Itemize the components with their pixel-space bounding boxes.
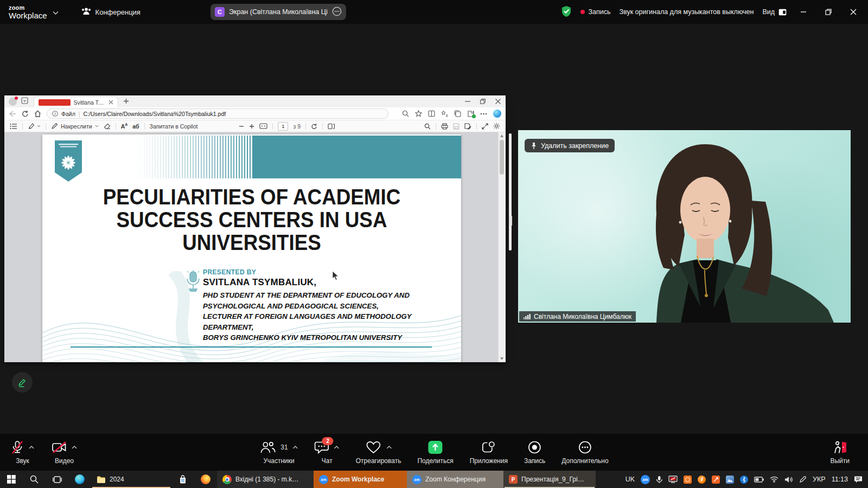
fit-page-icon[interactable] bbox=[259, 123, 267, 129]
info-icon[interactable] bbox=[52, 111, 58, 117]
address-bar[interactable]: Файл | C:/Users/Claire/Downloads/Svitlan… bbox=[47, 108, 388, 119]
original-sound-status[interactable]: Звук оригинала для музыкантов выключен bbox=[619, 8, 754, 16]
zoom-in-icon[interactable] bbox=[249, 124, 254, 129]
store-taskbar-icon[interactable] bbox=[171, 471, 194, 488]
tray-photos-icon[interactable] bbox=[726, 476, 734, 484]
pinned-video-tile[interactable]: Удалить закрепление Світлана Миколаївна … bbox=[518, 130, 851, 323]
more-menu-icon[interactable] bbox=[480, 113, 487, 115]
settings-gear-icon[interactable] bbox=[493, 123, 500, 130]
share-button[interactable]: Поделиться bbox=[417, 439, 453, 465]
edge-taskbar-icon[interactable] bbox=[68, 471, 91, 488]
read-aloud-icon[interactable]: аб bbox=[132, 123, 139, 130]
minimize-button[interactable] bbox=[795, 4, 812, 20]
tray-app-rocket-icon[interactable] bbox=[712, 476, 720, 484]
apps-button[interactable]: Приложения bbox=[470, 439, 508, 465]
eraser-icon[interactable] bbox=[104, 123, 111, 130]
browser-profile-icon[interactable] bbox=[9, 98, 17, 106]
restore-button[interactable] bbox=[820, 4, 837, 20]
recording-indicator[interactable]: Запись bbox=[580, 8, 610, 16]
zoom-out-icon[interactable] bbox=[239, 124, 244, 129]
extensions-icon[interactable] bbox=[467, 110, 474, 117]
firefox-taskbar-icon[interactable] bbox=[194, 471, 217, 488]
tray-battery-icon[interactable] bbox=[754, 477, 764, 483]
audio-chevron-up-icon[interactable] bbox=[29, 446, 34, 449]
brand-chevron-down-icon[interactable] bbox=[53, 7, 59, 17]
refresh-icon[interactable] bbox=[22, 110, 29, 117]
video-chevron-up-icon[interactable] bbox=[72, 446, 77, 449]
video-button[interactable]: Видео bbox=[52, 439, 77, 465]
panel-resize-divider[interactable] bbox=[509, 133, 512, 251]
save-icon[interactable] bbox=[453, 123, 459, 130]
tray-mic-icon[interactable] bbox=[656, 476, 662, 484]
copilot-icon[interactable] bbox=[493, 110, 501, 118]
home-icon[interactable] bbox=[34, 110, 41, 117]
rotate-icon[interactable] bbox=[311, 123, 317, 130]
powerpoint-window-button[interactable]: P Презентація_9_Грінч... bbox=[503, 471, 596, 488]
remove-pin-button[interactable]: Удалить закрепление bbox=[525, 139, 615, 152]
tray-screenshare-blocked-icon[interactable] bbox=[668, 476, 678, 483]
tray-language-label[interactable]: УКР bbox=[813, 476, 826, 483]
participants-button[interactable]: 31 Участники bbox=[259, 439, 298, 465]
tray-volume-icon[interactable] bbox=[784, 476, 793, 483]
tray-language-uk[interactable]: UK bbox=[626, 476, 635, 483]
page-view-icon[interactable] bbox=[328, 123, 335, 130]
participants-chevron-up-icon[interactable] bbox=[293, 446, 298, 449]
scroll-up-icon[interactable] bbox=[500, 134, 503, 137]
browser-tab-active[interactable]: Svitlana Tsymbaliuk1.pdf bbox=[34, 97, 118, 108]
browser-close-button[interactable] bbox=[490, 95, 506, 107]
zoom-workplace-logo[interactable]: zoom Workplace bbox=[9, 5, 47, 20]
taskbar-search-button[interactable] bbox=[23, 471, 46, 488]
collections-icon[interactable] bbox=[454, 110, 461, 117]
split-screen-icon[interactable] bbox=[428, 110, 435, 117]
tray-app-orange-icon[interactable] bbox=[684, 476, 692, 484]
chrome-window-button[interactable]: Вхідні (1 385) - m.koz... bbox=[217, 471, 314, 488]
new-tab-icon[interactable] bbox=[123, 97, 129, 106]
back-icon[interactable] bbox=[9, 111, 16, 117]
favorite-star-icon[interactable] bbox=[415, 110, 422, 117]
zoom-meeting-button[interactable]: zm Zoom Конференция bbox=[407, 471, 503, 488]
tab-screen-share[interactable]: C Экран (Світлана Миколаївна Ці bbox=[210, 4, 346, 20]
search-pdf-icon[interactable] bbox=[424, 123, 431, 130]
action-center-icon[interactable] bbox=[854, 476, 863, 483]
tray-clock[interactable]: 11:13 bbox=[832, 476, 848, 483]
more-button[interactable]: Дополнительно bbox=[561, 439, 608, 465]
scroll-thumb[interactable] bbox=[500, 140, 504, 175]
security-shield-icon[interactable] bbox=[561, 5, 572, 19]
tab-more-icon[interactable] bbox=[332, 7, 342, 18]
close-button[interactable] bbox=[845, 4, 861, 20]
toc-icon[interactable] bbox=[10, 123, 17, 130]
pdf-scrollbar[interactable] bbox=[498, 132, 506, 362]
tray-zoom-icon[interactable]: zm bbox=[641, 475, 650, 484]
react-button[interactable]: Отреагировать bbox=[356, 439, 401, 465]
zoom-workplace-button[interactable]: zm Zoom Workplace bbox=[314, 471, 407, 488]
tray-avast-icon[interactable] bbox=[698, 476, 706, 484]
print-icon[interactable] bbox=[441, 123, 448, 130]
react-chevron-up-icon[interactable] bbox=[386, 446, 392, 449]
font-size-icon[interactable]: AA bbox=[121, 123, 128, 130]
tab-search-icon[interactable] bbox=[21, 97, 28, 106]
save-as-icon[interactable] bbox=[464, 123, 471, 130]
tab-close-icon[interactable] bbox=[108, 100, 113, 105]
start-button[interactable] bbox=[0, 471, 23, 488]
pdf-content-area[interactable]: PECULIARITIES OF ACADEMIC SUCCESS CENTER… bbox=[4, 132, 506, 362]
tray-bluetooth-icon[interactable] bbox=[740, 476, 748, 484]
chat-button[interactable]: 2 Чат bbox=[315, 439, 340, 465]
browser-minimize-button[interactable] bbox=[460, 95, 475, 107]
fullscreen-icon[interactable] bbox=[482, 123, 488, 130]
browser-restore-button[interactable] bbox=[475, 95, 490, 107]
tab-conference[interactable]: Конференция bbox=[81, 7, 141, 17]
tray-wifi-icon[interactable] bbox=[770, 476, 778, 483]
scroll-down-icon[interactable] bbox=[500, 357, 503, 360]
view-menu[interactable]: Вид bbox=[762, 8, 787, 16]
chat-chevron-up-icon[interactable] bbox=[334, 446, 340, 449]
task-view-button[interactable] bbox=[46, 471, 68, 488]
draw-tool[interactable]: Накреслити bbox=[51, 123, 99, 130]
favorites-bar-icon[interactable] bbox=[441, 110, 448, 117]
annotate-button[interactable] bbox=[12, 372, 33, 393]
panel-resize-handle[interactable] bbox=[508, 215, 513, 227]
tray-pen-icon[interactable] bbox=[799, 476, 807, 483]
leave-button[interactable]: Выйти bbox=[830, 439, 850, 465]
highlight-tool[interactable] bbox=[28, 123, 41, 130]
zoom-page-icon[interactable] bbox=[402, 110, 409, 117]
ask-copilot-button[interactable]: Запитати в Copilot bbox=[150, 123, 198, 130]
